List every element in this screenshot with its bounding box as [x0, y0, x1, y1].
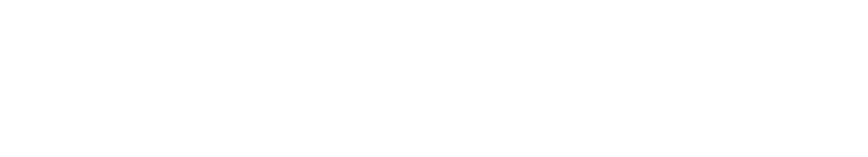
diagram-canvas [0, 0, 868, 157]
edges-layer [0, 0, 868, 157]
